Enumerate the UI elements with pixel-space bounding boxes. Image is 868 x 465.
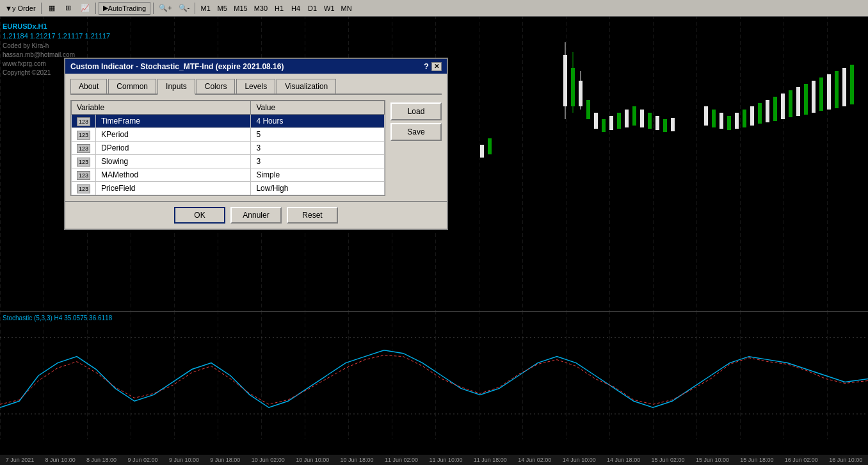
value-header: Value [256, 103, 275, 112]
params-table: Variable Value 123 TimeFrame [71, 101, 385, 195]
side-buttons: Load Save [390, 100, 442, 196]
row-icon-4: 123 [72, 168, 96, 182]
tab-colors[interactable]: Colors [197, 79, 236, 94]
reset-button[interactable]: Reset [287, 207, 338, 224]
modal-overlay: Custom Indicator - Stochastic_MTF-Ind (e… [0, 0, 868, 465]
row-variable-1: KPeriod [96, 128, 251, 142]
row-variable-4: MAMethod [96, 168, 251, 182]
row-value-1[interactable]: 5 [251, 128, 385, 142]
row-value-2[interactable]: 3 [251, 142, 385, 155]
tab-inputs[interactable]: Inputs [157, 79, 195, 95]
cancel-button[interactable]: Annuler [230, 207, 282, 224]
tab-visualization[interactable]: Visualization [277, 79, 336, 94]
tab-levels-label: Levels [245, 82, 267, 91]
tab-visualization-label: Visualization [285, 82, 328, 91]
row-variable-2: DPeriod [96, 142, 251, 155]
row-variable-0: TimeFrame [96, 115, 251, 128]
row-variable-3: Slowing [96, 155, 251, 168]
table-row[interactable]: 123 MAMethod Simple [72, 168, 385, 182]
table-row[interactable]: 123 TimeFrame 4 Hours [72, 115, 385, 128]
tab-common-label: Common [117, 82, 148, 91]
type-icon-4: 123 [77, 171, 90, 180]
tab-levels[interactable]: Levels [236, 79, 275, 94]
save-button[interactable]: Save [390, 123, 442, 141]
tab-bar: About Common Inputs Colors Levels Visual… [70, 79, 442, 95]
type-icon-2: 123 [77, 144, 90, 153]
row-icon-1: 123 [72, 128, 96, 142]
row-icon-3: 123 [72, 155, 96, 168]
table-row[interactable]: 123 Slowing 3 [72, 155, 385, 168]
help-icon[interactable]: ? [424, 61, 429, 71]
ok-button[interactable]: OK [174, 207, 225, 224]
tab-colors-label: Colors [205, 82, 227, 91]
tab-about-label: About [79, 82, 99, 91]
table-section: Variable Value 123 TimeFrame [70, 100, 442, 196]
dialog-titlebar: Custom Indicator - Stochastic_MTF-Ind (e… [65, 59, 447, 74]
row-icon-2: 123 [72, 142, 96, 155]
params-table-wrapper: Variable Value 123 TimeFrame [70, 100, 385, 196]
table-row[interactable]: 123 KPeriod 5 [72, 128, 385, 142]
row-value-3[interactable]: 3 [251, 155, 385, 168]
indicator-dialog: Custom Indicator - Stochastic_MTF-Ind (e… [64, 58, 448, 230]
titlebar-controls: ? ✕ [424, 61, 442, 71]
dialog-body: About Common Inputs Colors Levels Visual… [65, 74, 447, 201]
tab-common[interactable]: Common [108, 79, 156, 94]
type-icon-0: 123 [77, 117, 90, 126]
row-icon-5: 123 [72, 182, 96, 195]
type-icon-5: 123 [77, 184, 90, 193]
table-row[interactable]: 123 DPeriod 3 [72, 142, 385, 155]
row-variable-5: PriceField [96, 182, 251, 195]
type-icon-1: 123 [77, 131, 90, 140]
row-value-4[interactable]: Simple [251, 168, 385, 182]
col-variable: Variable [72, 101, 251, 115]
load-button[interactable]: Load [390, 102, 442, 120]
row-value-0[interactable]: 4 Hours [251, 115, 385, 128]
type-icon-3: 123 [77, 158, 90, 167]
dialog-footer: OK Annuler Reset [65, 201, 447, 229]
col-value: Value [251, 101, 385, 115]
row-icon-0: 123 [72, 115, 96, 128]
table-row[interactable]: 123 PriceField Low/High [72, 182, 385, 195]
variable-header: Variable [77, 103, 104, 112]
tab-about[interactable]: About [70, 79, 107, 94]
close-button[interactable]: ✕ [431, 62, 442, 71]
tab-inputs-label: Inputs [166, 82, 187, 91]
dialog-title: Custom Indicator - Stochastic_MTF-Ind (e… [70, 62, 284, 71]
row-value-5[interactable]: Low/High [251, 182, 385, 195]
